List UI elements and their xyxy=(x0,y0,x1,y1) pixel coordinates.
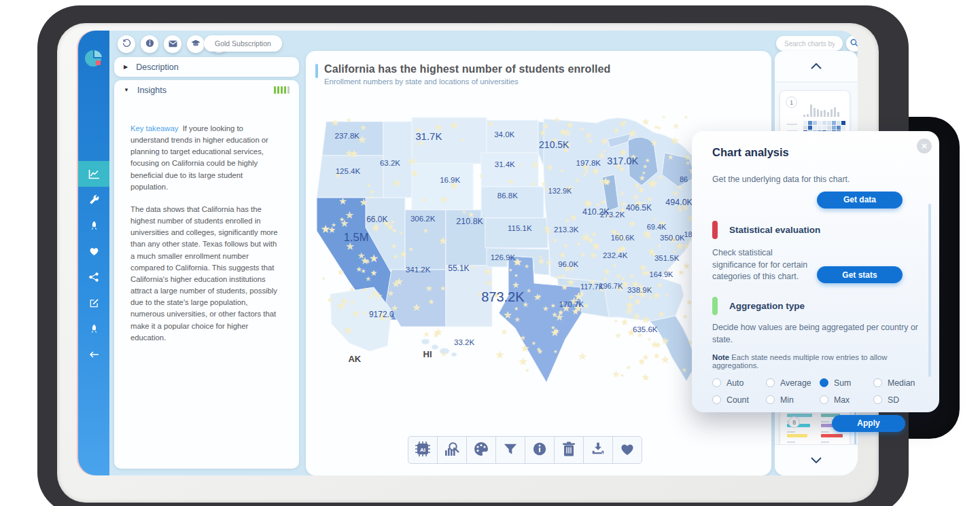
svg-text:★: ★ xyxy=(485,278,493,288)
svg-text:★: ★ xyxy=(369,188,375,196)
sidebar-item-favorites[interactable] xyxy=(78,238,109,264)
radio-option-auto[interactable]: Auto xyxy=(712,378,766,388)
favorite-chart-button[interactable] xyxy=(612,436,642,464)
map-state-tag: AK xyxy=(348,353,361,363)
gold-subscription-button[interactable]: Gold Subscription xyxy=(204,35,282,52)
sidebar-item-edit[interactable] xyxy=(78,290,109,316)
svg-text:★: ★ xyxy=(557,249,566,260)
svg-text:★: ★ xyxy=(657,242,661,249)
info-button[interactable] xyxy=(141,35,158,53)
radio-dot xyxy=(766,378,775,387)
description-panel[interactable]: ▶ Description xyxy=(114,57,299,77)
svg-text:★: ★ xyxy=(650,137,659,148)
svg-text:★: ★ xyxy=(654,124,659,130)
svg-text:★: ★ xyxy=(334,120,339,126)
svg-text:★: ★ xyxy=(652,289,661,301)
scroll-up-button[interactable] xyxy=(775,51,858,82)
svg-text:★: ★ xyxy=(628,219,636,229)
svg-text:★: ★ xyxy=(360,123,367,132)
delete-chart-button[interactable] xyxy=(554,436,584,464)
svg-text:★: ★ xyxy=(541,180,546,187)
radio-option-sum[interactable]: Sum xyxy=(820,378,873,388)
education-button[interactable] xyxy=(187,35,205,53)
svg-text:★: ★ xyxy=(664,292,669,298)
svg-text:★: ★ xyxy=(660,353,670,365)
svg-text:★: ★ xyxy=(343,324,353,337)
graduation-cap-icon xyxy=(191,39,200,50)
svg-text:★: ★ xyxy=(553,349,557,355)
map-value-label: 317.0K xyxy=(607,156,638,166)
green-accent-bar xyxy=(712,297,718,315)
key-takeaway-label[interactable]: Key takeaway xyxy=(130,124,178,132)
apply-button[interactable]: Apply xyxy=(832,415,905,432)
insights-header[interactable]: ▼ Insights xyxy=(114,80,299,100)
svg-text:★: ★ xyxy=(614,331,622,340)
radio-label: Sum xyxy=(834,378,851,388)
get-data-button[interactable]: Get data xyxy=(817,192,903,209)
radio-label: Auto xyxy=(727,378,743,388)
sidebar-item-back[interactable] xyxy=(78,342,109,367)
us-map[interactable]: ★★★★★★★★★★★★★★★★★★★★★★★★★★★★★★★★★★★★★★★★… xyxy=(311,112,705,392)
download-button[interactable] xyxy=(583,436,613,464)
title-accent-bar xyxy=(315,64,318,78)
radio-option-count[interactable]: Count xyxy=(712,395,766,405)
info-icon xyxy=(532,441,547,458)
color-palette-button[interactable] xyxy=(466,436,496,464)
chart-subtitle: Enrollment numbers by state and location… xyxy=(324,77,610,86)
svg-text:★: ★ xyxy=(399,230,404,236)
chart-info-button[interactable] xyxy=(525,436,555,464)
radio-option-median[interactable]: Median xyxy=(873,378,919,388)
radio-dot xyxy=(820,395,828,404)
map-value-label: 350.0K xyxy=(660,234,684,242)
search-button[interactable] xyxy=(846,35,858,52)
svg-text:★: ★ xyxy=(633,295,642,307)
svg-text:★: ★ xyxy=(558,308,564,316)
popup-scrollbar[interactable] xyxy=(928,204,931,377)
close-button[interactable]: ✕ xyxy=(917,139,932,153)
svg-text:★: ★ xyxy=(671,188,680,198)
get-stats-button[interactable]: Get stats xyxy=(817,266,903,283)
svg-text:★: ★ xyxy=(620,372,625,378)
svg-text:★: ★ xyxy=(614,318,618,324)
search-input[interactable] xyxy=(776,36,843,51)
svg-text:★: ★ xyxy=(667,153,674,161)
sidebar-item-launch[interactable] xyxy=(78,213,109,238)
radio-option-average[interactable]: Average xyxy=(766,378,820,388)
ai-analysis-button[interactable]: AI xyxy=(408,436,438,464)
radio-label: SD xyxy=(888,395,899,405)
map-value-label: 213.3K xyxy=(554,225,578,234)
svg-text:★: ★ xyxy=(525,367,529,374)
arrow-left-icon xyxy=(89,350,99,359)
svg-text:★: ★ xyxy=(641,269,648,277)
history-button[interactable] xyxy=(118,35,135,53)
svg-text:★: ★ xyxy=(339,216,345,223)
scroll-down-button[interactable] xyxy=(775,444,858,475)
sidebar-item-tools[interactable] xyxy=(78,187,109,213)
svg-text:★: ★ xyxy=(647,336,651,342)
download-icon xyxy=(591,441,606,458)
mail-button[interactable] xyxy=(164,35,181,53)
svg-text:★: ★ xyxy=(598,179,602,185)
description-title: Description xyxy=(136,62,179,72)
svg-text:★: ★ xyxy=(652,216,657,222)
svg-text:★: ★ xyxy=(399,249,408,259)
svg-text:★: ★ xyxy=(369,252,379,264)
map-value-label: 63.2K xyxy=(380,159,400,167)
sidebar-item-charts[interactable] xyxy=(78,161,109,187)
radio-option-max[interactable]: Max xyxy=(820,395,873,405)
svg-text:★: ★ xyxy=(531,159,540,170)
app-logo pie-chart-logo[interactable] xyxy=(83,48,105,70)
chart-inspect-button[interactable] xyxy=(437,436,467,464)
filter-button[interactable] xyxy=(495,436,525,464)
radio-option-min[interactable]: Min xyxy=(766,395,820,405)
sidebar-item-boost[interactable] xyxy=(78,316,109,342)
radio-option-sd[interactable]: SD xyxy=(873,395,919,405)
sidebar-item-share[interactable] xyxy=(78,264,109,290)
svg-text:★: ★ xyxy=(648,295,652,301)
svg-text:★: ★ xyxy=(459,137,465,143)
heart-icon xyxy=(89,247,99,256)
radio-dot xyxy=(766,395,775,404)
svg-text:★: ★ xyxy=(449,119,459,131)
filter-icon xyxy=(503,441,518,458)
svg-text:★: ★ xyxy=(661,335,670,346)
